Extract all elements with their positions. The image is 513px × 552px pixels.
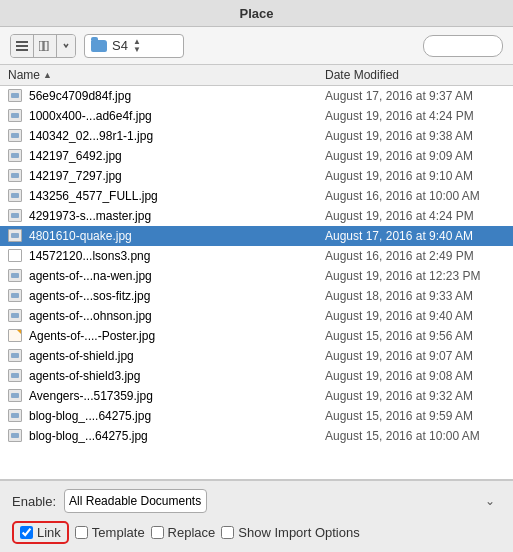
file-name: 56e9c4709d84f.jpg [29,89,325,103]
link-checkbox-item: Link [20,525,61,540]
image-file-icon [8,409,22,422]
image-file-icon [8,369,22,382]
replace-checkbox[interactable] [151,526,164,539]
svg-rect-1 [16,45,28,47]
image-file-icon [8,309,22,322]
image-file-icon [8,109,22,122]
window-title: Place [240,6,274,21]
chevron-down-button[interactable] [57,35,75,57]
enable-row: Enable: All Readable DocumentsAll Files [12,489,501,513]
file-date: August 19, 2016 at 9:32 AM [325,389,505,403]
table-row[interactable]: 4291973-s...master.jpgAugust 19, 2016 at… [0,206,513,226]
title-bar: Place [0,0,513,27]
file-date: August 19, 2016 at 4:24 PM [325,109,505,123]
file-rows-container: 56e9c4709d84f.jpgAugust 17, 2016 at 9:37… [0,86,513,446]
image-file-icon [8,349,22,362]
file-name: agents-of-shield.jpg [29,349,325,363]
file-name: agents-of-shield3.jpg [29,369,325,383]
table-row[interactable]: Avengers-...517359.jpgAugust 19, 2016 at… [0,386,513,406]
file-date: August 17, 2016 at 9:37 AM [325,89,505,103]
table-row[interactable]: 4801610-quake.jpgAugust 17, 2016 at 9:40… [0,226,513,246]
file-name: Agents-of-....-Poster.jpg [29,329,325,343]
table-row[interactable]: 1000x400-...ad6e4f.jpgAugust 19, 2016 at… [0,106,513,126]
svg-rect-3 [39,41,43,51]
column-date-header: Date Modified [325,68,505,82]
file-date: August 19, 2016 at 9:40 AM [325,309,505,323]
search-input[interactable] [423,35,503,57]
table-row[interactable]: 142197_7297.jpgAugust 19, 2016 at 9:10 A… [0,166,513,186]
table-row[interactable]: agents-of-...sos-fitz.jpgAugust 18, 2016… [0,286,513,306]
file-name: 4291973-s...master.jpg [29,209,325,223]
svg-rect-2 [16,49,28,51]
file-date: August 18, 2016 at 9:33 AM [325,289,505,303]
table-row[interactable]: blog-blog_....64275.jpgAugust 15, 2016 a… [0,406,513,426]
enable-select-wrapper: All Readable DocumentsAll Files [64,489,501,513]
table-row[interactable]: agents-of-...na-wen.jpgAugust 19, 2016 a… [0,266,513,286]
file-date: August 19, 2016 at 9:38 AM [325,129,505,143]
folder-stepper: ▲ ▼ [131,38,143,54]
link-label[interactable]: Link [37,525,61,540]
file-name: agents-of-...ohnson.jpg [29,309,325,323]
file-date: August 15, 2016 at 9:59 AM [325,409,505,423]
file-name: Avengers-...517359.jpg [29,389,325,403]
file-name: 14572120...lsons3.png [29,249,325,263]
image-file-icon [8,169,22,182]
list-view-button[interactable] [11,35,34,57]
folder-selector[interactable]: S4 ▲ ▼ [84,34,184,58]
folder-icon [91,40,107,52]
image-file-icon [8,389,22,402]
table-row[interactable]: Agents-of-....-Poster.jpgAugust 15, 2016… [0,326,513,346]
file-name: 142197_7297.jpg [29,169,325,183]
show-import-label[interactable]: Show Import Options [238,525,359,540]
replace-label[interactable]: Replace [168,525,216,540]
file-list-container[interactable]: Name ▲ Date Modified 56e9c4709d84f.jpgAu… [0,65,513,480]
image-file-icon [8,189,22,202]
table-row[interactable]: 14572120...lsons3.pngAugust 16, 2016 at … [0,246,513,266]
file-name: agents-of-...na-wen.jpg [29,269,325,283]
image-file-icon [8,429,22,442]
file-date: August 17, 2016 at 9:40 AM [325,229,505,243]
bottom-panel: Enable: All Readable DocumentsAll Files … [0,480,513,552]
file-date: August 19, 2016 at 9:08 AM [325,369,505,383]
enable-select[interactable]: All Readable DocumentsAll Files [64,489,207,513]
show-import-checkbox-item: Show Import Options [221,525,359,540]
file-date: August 15, 2016 at 9:56 AM [325,329,505,343]
template-label[interactable]: Template [92,525,145,540]
png-file-icon [8,249,22,262]
file-date: August 16, 2016 at 2:49 PM [325,249,505,263]
table-row[interactable]: blog-blog_...64275.jpgAugust 15, 2016 at… [0,426,513,446]
view-buttons [10,34,76,58]
template-checkbox-item: Template [75,525,145,540]
table-row[interactable]: agents-of-shield3.jpgAugust 19, 2016 at … [0,366,513,386]
link-box: Link [12,521,69,544]
image-file-icon [8,269,22,282]
file-name: 1000x400-...ad6e4f.jpg [29,109,325,123]
column-name-header: Name ▲ [8,68,325,82]
table-row[interactable]: 140342_02...98r1-1.jpgAugust 19, 2016 at… [0,126,513,146]
table-row[interactable]: agents-of-...ohnson.jpgAugust 19, 2016 a… [0,306,513,326]
stepper-down[interactable]: ▼ [131,46,143,54]
table-row[interactable]: 142197_6492.jpgAugust 19, 2016 at 9:09 A… [0,146,513,166]
table-row[interactable]: agents-of-shield.jpgAugust 19, 2016 at 9… [0,346,513,366]
image-file-icon [8,289,22,302]
file-name: agents-of-...sos-fitz.jpg [29,289,325,303]
column-view-button[interactable] [34,35,57,57]
options-row: Link Template Replace Show Import Option… [12,521,501,544]
toolbar: S4 ▲ ▼ [0,27,513,65]
link-checkbox[interactable] [20,526,33,539]
template-checkbox[interactable] [75,526,88,539]
poster-file-icon [8,329,22,342]
file-date: August 15, 2016 at 10:00 AM [325,429,505,443]
file-name: blog-blog_....64275.jpg [29,409,325,423]
replace-checkbox-item: Replace [151,525,216,540]
svg-rect-0 [16,41,28,43]
file-name: blog-blog_...64275.jpg [29,429,325,443]
table-row[interactable]: 56e9c4709d84f.jpgAugust 17, 2016 at 9:37… [0,86,513,106]
show-import-checkbox[interactable] [221,526,234,539]
folder-name: S4 [112,38,128,53]
image-file-icon [8,129,22,142]
image-file-icon [8,229,22,242]
file-date: August 16, 2016 at 10:00 AM [325,189,505,203]
file-name: 142197_6492.jpg [29,149,325,163]
table-row[interactable]: 143256_4577_FULL.jpgAugust 16, 2016 at 1… [0,186,513,206]
